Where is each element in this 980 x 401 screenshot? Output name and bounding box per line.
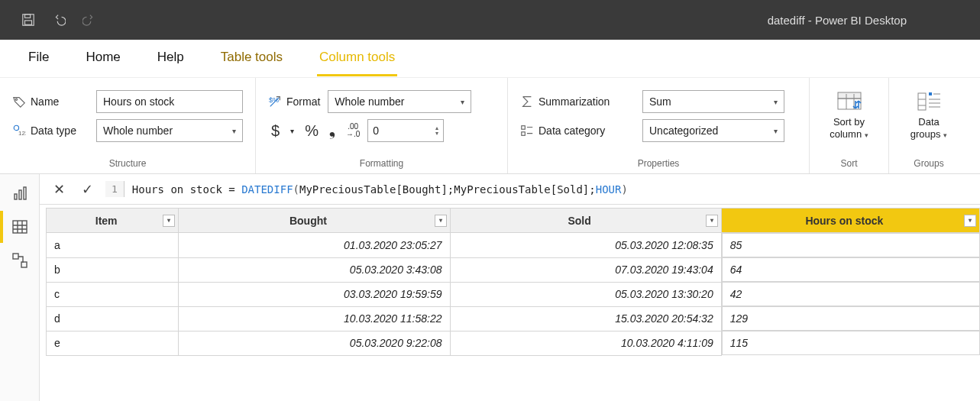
datatype-label: 123 Data type <box>12 124 89 137</box>
name-input[interactable]: Hours on stock <box>96 90 243 113</box>
decimal-button[interactable]: .00→.0 <box>343 123 363 138</box>
data-view-icon[interactable] <box>11 218 28 235</box>
cell-hours[interactable]: 115 <box>722 331 980 355</box>
svg-point-3 <box>15 99 17 100</box>
col-header-sold[interactable]: Sold▾ <box>450 209 721 233</box>
col-header-hours[interactable]: Hours on stock▾ <box>721 209 979 233</box>
cell-item[interactable]: e <box>47 331 179 355</box>
tag-icon <box>12 95 26 108</box>
svg-rect-13 <box>15 194 17 199</box>
category-icon <box>520 124 534 137</box>
formula-bar: ✕ ✓ 1 Hours on stock = DATEDIFF(MyPrecio… <box>40 174 980 205</box>
currency-dropdown-icon[interactable]: ▾ <box>287 127 297 135</box>
cell-hours[interactable]: 129 <box>722 306 980 331</box>
tab-home[interactable]: Home <box>85 42 121 76</box>
cell-item[interactable]: d <box>47 306 179 331</box>
group-label-sort: Sort <box>840 155 857 169</box>
data-grid[interactable]: Item▾ Bought▾ Sold▾ Hours on stock▾ a 01… <box>46 208 980 356</box>
cell-hours[interactable]: 85 <box>722 233 980 257</box>
window-title: datediff - Power BI Desktop <box>490 14 981 27</box>
svg-rect-11 <box>918 93 926 110</box>
tab-help[interactable]: Help <box>157 42 185 76</box>
sigma-icon <box>520 95 534 108</box>
group-label-formatting: Formatting <box>268 155 495 169</box>
col-header-item[interactable]: Item▾ <box>47 209 179 233</box>
formula-input[interactable]: Hours on stock = DATEDIFF(MyPreciousTabl… <box>132 184 971 195</box>
cell-bought[interactable]: 01.03.2020 23:05:27 <box>179 233 450 258</box>
data-groups-button[interactable]: Datagroups ▾ <box>898 90 959 140</box>
commit-formula-button[interactable]: ✓ <box>77 181 98 198</box>
svg-rect-14 <box>19 190 21 199</box>
svg-rect-1 <box>25 15 31 18</box>
tab-table-tools[interactable]: Table tools <box>220 42 283 76</box>
datatype-combo[interactable]: Whole number▾ <box>96 119 243 142</box>
col-header-bought[interactable]: Bought▾ <box>179 209 450 233</box>
cell-item[interactable]: b <box>47 257 179 282</box>
cell-sold[interactable]: 07.03.2020 19:43:04 <box>450 257 721 282</box>
formula-line-number: 1 <box>105 181 125 197</box>
groups-icon <box>915 90 943 113</box>
ribbon: Name Hours on stock 123 Data type Whole … <box>0 78 980 174</box>
format-combo[interactable]: Whole number▾ <box>328 90 471 113</box>
cell-bought[interactable]: 05.03.2020 3:43:08 <box>179 257 450 282</box>
view-rail <box>0 174 40 401</box>
cell-hours[interactable]: 64 <box>722 257 980 282</box>
summarization-label: Summarization <box>520 95 635 108</box>
tab-column-tools[interactable]: Column tools <box>319 42 396 76</box>
group-label-structure: Structure <box>12 155 243 169</box>
save-icon[interactable] <box>21 13 35 27</box>
percent-button[interactable]: % <box>302 122 322 140</box>
table-row[interactable]: c 03.03.2020 19:59:59 05.03.2020 13:30:2… <box>47 282 980 306</box>
name-label: Name <box>12 95 89 108</box>
filter-dropdown-icon[interactable]: ▾ <box>163 215 175 227</box>
tab-file[interactable]: File <box>27 42 50 76</box>
cell-sold[interactable]: 10.03.2020 4:11:09 <box>450 331 721 355</box>
svg-rect-18 <box>21 262 27 267</box>
redo-icon <box>82 13 96 27</box>
svg-rect-17 <box>13 254 18 259</box>
cell-bought[interactable]: 10.03.2020 11:58:22 <box>179 306 450 331</box>
summarization-combo[interactable]: Sum▾ <box>642 90 784 113</box>
ribbon-group-properties: Summarization Sum▾ Data category Uncateg… <box>508 78 810 173</box>
content-area: ✕ ✓ 1 Hours on stock = DATEDIFF(MyPrecio… <box>40 174 980 401</box>
cell-hours[interactable]: 42 <box>722 282 980 306</box>
undo-icon[interactable] <box>52 13 66 27</box>
decimals-input[interactable]: 0 ▴▾ <box>367 119 444 142</box>
filter-dropdown-icon[interactable]: ▾ <box>435 215 447 227</box>
format-icon: $% <box>268 95 282 108</box>
filter-dropdown-icon[interactable]: ▾ <box>964 215 976 227</box>
svg-rect-2 <box>25 21 32 24</box>
cell-sold[interactable]: 15.03.2020 20:54:32 <box>450 306 721 331</box>
cell-item[interactable]: a <box>47 233 179 258</box>
svg-rect-10 <box>838 99 861 109</box>
table-row[interactable]: a 01.03.2020 23:05:27 05.03.2020 12:08:3… <box>47 233 980 258</box>
ribbon-group-groups: Datagroups ▾ Groups <box>889 78 969 173</box>
thousands-button[interactable]: ❟ <box>326 122 338 140</box>
svg-rect-8 <box>522 132 526 136</box>
sort-by-column-button[interactable]: Sort bycolumn ▾ <box>819 90 880 140</box>
cell-sold[interactable]: 05.03.2020 12:08:35 <box>450 233 721 258</box>
format-label: $% Format <box>268 95 320 108</box>
svg-rect-15 <box>24 187 26 199</box>
body: ✕ ✓ 1 Hours on stock = DATEDIFF(MyPrecio… <box>0 174 980 401</box>
table-row[interactable]: b 05.03.2020 3:43:08 07.03.2020 19:43:04… <box>47 257 980 282</box>
model-view-icon[interactable] <box>11 252 28 269</box>
cell-bought[interactable]: 03.03.2020 19:59:59 <box>179 282 450 306</box>
quick-access-toolbar <box>21 13 96 27</box>
svg-rect-16 <box>13 221 27 233</box>
cell-bought[interactable]: 05.03.2020 9:22:08 <box>179 331 450 355</box>
filter-dropdown-icon[interactable]: ▾ <box>706 215 718 227</box>
ribbon-group-sort: Sort bycolumn ▾ Sort <box>810 78 889 173</box>
table-row[interactable]: d 10.03.2020 11:58:22 15.03.2020 20:54:3… <box>47 306 980 331</box>
currency-button[interactable]: $ <box>268 122 283 140</box>
svg-rect-9 <box>838 92 861 99</box>
datacategory-combo[interactable]: Uncategorized▾ <box>642 119 784 142</box>
cell-item[interactable]: c <box>47 282 179 306</box>
svg-rect-12 <box>929 92 932 95</box>
table-row[interactable]: e 05.03.2020 9:22:08 10.03.2020 4:11:09 … <box>47 331 980 355</box>
report-view-icon[interactable] <box>11 185 28 202</box>
group-label-properties: Properties <box>520 155 797 169</box>
group-label-groups: Groups <box>914 155 943 169</box>
cell-sold[interactable]: 05.03.2020 13:30:20 <box>450 282 721 306</box>
cancel-formula-button[interactable]: ✕ <box>49 181 70 198</box>
